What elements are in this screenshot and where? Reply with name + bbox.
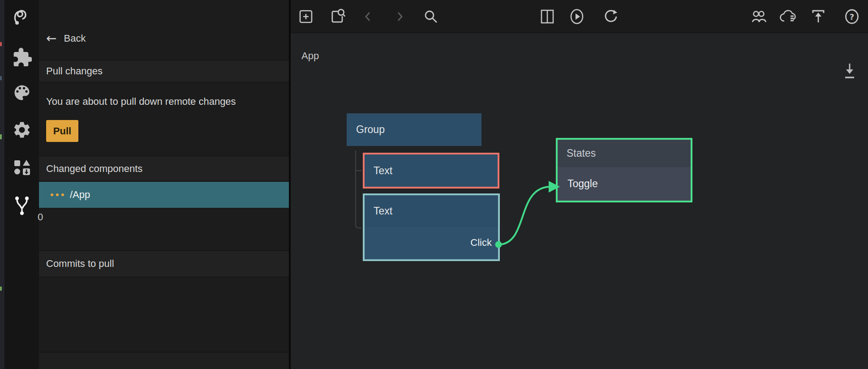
commit-list-item[interactable]: Did some changes MC Fri, Apr 30, 01:19 P… (39, 276, 289, 352)
search-icon[interactable] (423, 0, 438, 33)
back-arrow-icon: ← (46, 32, 56, 45)
collaborators-icon[interactable] (751, 0, 768, 33)
nav-back-icon[interactable] (363, 0, 373, 33)
back-button[interactable]: ← Back (46, 32, 86, 45)
edge-mark-red (0, 42, 2, 46)
refresh-icon[interactable] (603, 0, 619, 33)
open-component-icon[interactable] (329, 0, 346, 33)
visual-styles-palette-icon[interactable] (4, 83, 39, 103)
settings-gear-icon[interactable] (4, 120, 39, 140)
preview-play-icon[interactable] (569, 0, 584, 33)
noodl-logo-icon[interactable] (4, 6, 39, 27)
canvas-toolbar: ? (291, 0, 868, 33)
panel-bottom-section (39, 352, 289, 369)
breadcrumb-component-name[interactable]: App (301, 50, 319, 62)
changed-component-row-app[interactable]: /App (39, 182, 289, 208)
nav-forward-icon[interactable] (395, 0, 405, 33)
deploy-upload-icon[interactable] (810, 0, 826, 33)
node-graph-canvas[interactable]: ? App Group Text Text Click States (291, 0, 868, 369)
commits-to-pull-header: Commits to pull (39, 250, 289, 277)
changed-components-title: Changed components (46, 163, 142, 175)
pull-button[interactable]: Pull (46, 120, 78, 142)
split-view-icon[interactable] (540, 0, 555, 33)
node-states[interactable]: States Toggle (556, 138, 692, 202)
changed-components-header: Changed components (39, 156, 289, 181)
download-icon[interactable] (843, 62, 856, 82)
help-icon[interactable]: ? (844, 0, 860, 33)
signal-connection-wire[interactable] (500, 187, 550, 245)
pull-changes-header: Pull changes (39, 60, 289, 82)
edge-mark-green (0, 287, 2, 291)
pull-description: You are about to pull down remote change… (46, 96, 236, 107)
component-dots-icon (51, 193, 64, 196)
add-node-icon[interactable] (298, 0, 314, 33)
version-control-branch-icon[interactable] (4, 194, 39, 215)
node-label: Text (374, 205, 392, 217)
pull-changes-title: Pull changes (46, 65, 103, 77)
node-label: States (567, 147, 596, 159)
component-name: /App (70, 189, 90, 201)
node-text-2-selected[interactable]: Text Click (363, 193, 500, 261)
hierarchy-line (356, 150, 361, 228)
stray-zero-text: 0 (38, 211, 43, 223)
node-label: Text (374, 165, 392, 177)
back-label: Back (64, 33, 86, 44)
noodl-editor-window: ← Back Pull changes You are about to pul… (0, 0, 868, 369)
commits-to-pull-title: Commits to pull (46, 258, 114, 270)
node-text-1[interactable]: Text (363, 153, 499, 189)
node-label: Group (356, 124, 385, 136)
activity-bar (4, 0, 39, 369)
edge-mark-green (0, 134, 2, 139)
components-icon[interactable] (4, 157, 39, 177)
background-window-sliver (0, 0, 4, 369)
edge-mark-slate (0, 76, 2, 80)
plugins-icon[interactable] (4, 47, 39, 66)
node-group[interactable]: Group (347, 113, 481, 146)
version-control-panel: ← Back Pull changes You are about to pul… (39, 0, 289, 369)
svg-text:?: ? (850, 12, 854, 21)
input-port-toggle[interactable]: Toggle (567, 178, 598, 190)
cloud-sync-icon[interactable] (779, 0, 798, 33)
output-port-click[interactable]: Click (470, 237, 492, 249)
